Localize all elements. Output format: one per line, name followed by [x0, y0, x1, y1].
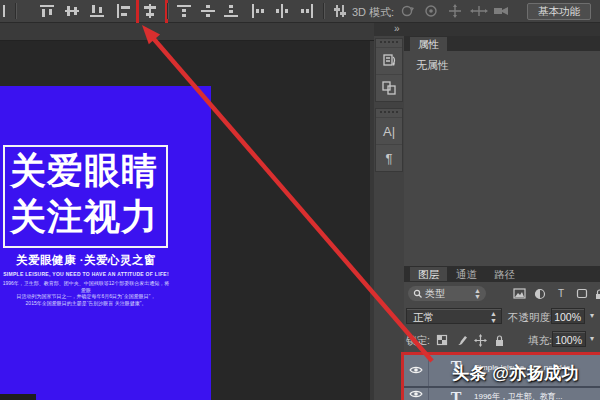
layer-filter-dropdown[interactable]: 类型 ▲▼	[408, 286, 486, 301]
lock-paint-icon[interactable]	[455, 333, 469, 346]
toolbar-separator	[15, 3, 16, 19]
blend-mode-select[interactable]: 正常 ▲▼	[406, 308, 502, 324]
lock-transparent-icon[interactable]	[436, 333, 450, 346]
collapsed-panels-strip: A| ¶	[374, 36, 405, 400]
split-caret-icon: ▲▼	[490, 310, 497, 324]
properties-panel-body	[404, 51, 600, 266]
fill-value[interactable]: 100%	[552, 331, 586, 347]
poster-tagline-en: SIMPLE LEISURE, YOU NEED TO HAVE AN ATTI…	[0, 271, 172, 277]
3d-pan-icon[interactable]	[446, 4, 464, 18]
filter-smartobject-icon[interactable]	[592, 288, 600, 300]
poster-title: 关爱眼睛 关注视力	[0, 148, 168, 240]
filter-shape-icon[interactable]	[575, 288, 589, 300]
fill-dropdown-icon[interactable]: ▾	[586, 331, 598, 347]
fill-label: 填充:	[528, 334, 552, 348]
panel-dock-header	[374, 23, 600, 36]
tab-layers[interactable]: 图层	[410, 267, 447, 281]
tab-properties[interactable]: 属性	[410, 37, 447, 51]
toolbar-separator	[167, 3, 168, 19]
collapse-panels-icon[interactable]: »	[394, 23, 399, 34]
align-bottom-icon[interactable]	[88, 4, 106, 18]
distribute-bottom-icon[interactable]	[222, 4, 240, 18]
watermark: 头条 @亦扬成功	[452, 362, 579, 385]
opacity-value[interactable]: 100%	[551, 308, 585, 324]
align-top-icon[interactable]	[38, 4, 56, 18]
dock-group-1	[375, 38, 403, 102]
3d-slide-icon[interactable]	[470, 4, 488, 18]
paragraph-panel-icon[interactable]: ¶	[376, 144, 402, 171]
lock-all-icon[interactable]	[493, 333, 507, 346]
auto-align-layers-icon[interactable]	[331, 4, 349, 18]
align-left-icon[interactable]	[115, 4, 133, 18]
align-vertical-center-icon[interactable]	[63, 4, 81, 18]
swap-panels-icon[interactable]	[376, 74, 402, 101]
distribute-top-icon[interactable]	[175, 4, 193, 18]
dock-group-2: A| ¶	[375, 108, 403, 172]
opacity-label: 不透明度:	[508, 311, 553, 325]
filter-label: 类型	[425, 286, 445, 301]
clipped-toolbar-icon[interactable]	[0, 4, 9, 18]
filter-type-icon[interactable]: T	[554, 288, 568, 300]
distribute-vertical-center-icon[interactable]	[199, 4, 217, 18]
toolbar-separator	[323, 3, 324, 19]
options-bar: 3D 模式: 基本功能	[0, 0, 600, 23]
3d-roll-icon[interactable]	[422, 4, 440, 18]
3d-mode-label: 3D 模式:	[352, 5, 394, 20]
document-tab-strip	[0, 23, 374, 41]
properties-panel-icon[interactable]	[376, 47, 402, 74]
poster-body-line2: 日活动列为国家节日之一，并确定每年6月6日为“全国爱眼日”，	[2, 293, 170, 300]
3d-zoom-icon[interactable]	[492, 4, 510, 18]
statusbar-fragment	[0, 394, 36, 400]
tab-channels[interactable]: 通道	[448, 267, 485, 281]
blend-mode-value: 正常	[413, 311, 434, 323]
lock-label: 锁定:	[406, 334, 430, 348]
distribute-horizontal-center-icon[interactable]	[273, 4, 291, 18]
filter-image-icon[interactable]	[512, 288, 526, 300]
poster-title-line1: 关爱眼睛	[0, 148, 168, 194]
poster-body-text: 1996年，卫生部、教育部、团中央、中国残联等12个部委联合发出通知，将爱眼 日…	[2, 280, 170, 306]
distribute-right-icon[interactable]	[297, 4, 315, 18]
split-caret-icon: ▲▼	[474, 288, 481, 300]
tab-paths[interactable]: 路径	[486, 267, 523, 281]
poster-document: 关爱眼睛 关注视力 关爱眼健康 ·关爱心灵之窗 SIMPLE LEISURE, …	[0, 86, 211, 400]
poster-body-line1: 1996年，卫生部、教育部、团中央、中国残联等12个部委联合发出通知，将爱眼	[2, 280, 170, 293]
opacity-dropdown-icon[interactable]: ▾	[586, 308, 598, 324]
character-panel-icon[interactable]: A|	[376, 117, 402, 144]
no-properties-text: 无属性	[416, 58, 449, 73]
search-icon	[413, 289, 422, 298]
poster-body-line3: 2015年全国爱眼日的主题是“告别沙眼盲 关注眼健康”。	[2, 300, 170, 307]
filter-adjustment-icon[interactable]	[533, 288, 547, 300]
distribute-left-icon[interactable]	[250, 4, 268, 18]
3d-orbit-icon[interactable]	[398, 4, 416, 18]
workspace-switcher-button[interactable]: 基本功能	[527, 3, 591, 20]
lock-move-icon[interactable]	[474, 333, 488, 346]
poster-subtitle: 关爱眼健康 ·关爱心灵之窗	[0, 253, 172, 268]
poster-title-line2: 关注视力	[0, 194, 168, 240]
